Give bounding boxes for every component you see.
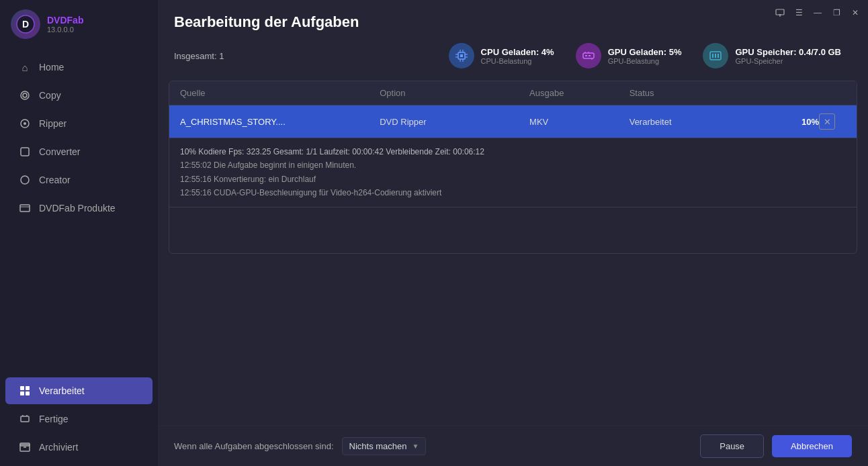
gpu-label: GPU Geladen: 5% <box>608 47 682 57</box>
app-logo: D DVDFab 13.0.0.0 <box>0 0 158 48</box>
sidebar-item-dvdfab[interactable]: DVDFab Produkte <box>5 195 153 222</box>
total-label: Insgesamt: 1 <box>174 51 438 61</box>
table-header: Quelle Option Ausgabe Status <box>169 81 857 105</box>
archiviert-icon <box>19 441 31 453</box>
copy-icon <box>19 89 31 101</box>
brand-name: DVDFab <box>47 15 83 26</box>
col-quelle: Quelle <box>180 88 380 98</box>
completion-action-value: Nichts machen <box>349 441 407 451</box>
log-progress: 10% Kodiere Fps: 323.25 Gesamt: 1/1 Lauf… <box>180 145 846 158</box>
svg-point-3 <box>23 93 27 97</box>
col-option: Option <box>380 88 529 98</box>
minimize-button[interactable]: — <box>810 5 825 20</box>
log-line-3: 12:55:16 CUDA-GPU-Beschleunigung für Vid… <box>180 186 846 199</box>
svg-rect-35 <box>589 55 591 56</box>
task-status: Verarbeitet <box>630 117 749 127</box>
mem-label: GPU Speicher: 0.4/7.0 GB <box>735 47 841 57</box>
creator-icon <box>19 174 31 186</box>
sidebar-item-archiviert[interactable]: Archiviert <box>5 434 153 461</box>
footer-label: Wenn alle Aufgaben abgeschlossen sind: <box>174 441 334 451</box>
gpu-stat: GPU Geladen: 5% GPU-Belastung <box>565 39 693 73</box>
sidebar-item-fertige[interactable]: Fertige <box>5 406 153 432</box>
window-controls: ☰ — ❐ ✕ <box>773 5 863 20</box>
sidebar-item-label: Home <box>39 62 64 73</box>
chevron-down-icon: ▼ <box>413 442 419 450</box>
svg-rect-8 <box>20 205 30 212</box>
logo-text: DVDFab 13.0.0.0 <box>47 15 83 34</box>
svg-rect-20 <box>776 9 784 15</box>
page-header: Bearbeitung der Aufgaben Insgesamt: 1 <box>158 0 868 81</box>
sidebar-item-label: Converter <box>39 146 80 157</box>
sidebar-item-label: DVDFab Produkte <box>39 203 116 214</box>
main-content: ☰ — ❐ ✕ Bearbeitung der Aufgaben Insgesa… <box>158 0 868 466</box>
cpu-stat: CPU Geladen: 4% CPU-Belastung <box>438 39 565 73</box>
svg-rect-24 <box>460 54 463 57</box>
log-line-2: 12:55:16 Konvertierung: ein Durchlauf <box>180 173 846 186</box>
completion-action-select[interactable]: Nichts machen ▼ <box>342 437 427 455</box>
pause-button[interactable]: Pause <box>700 434 764 458</box>
cpu-label: CPU Geladen: 4% <box>481 47 554 57</box>
col-ausgabe: Ausgabe <box>529 88 630 98</box>
task-cancel-button[interactable]: ✕ <box>819 113 835 130</box>
sidebar-item-label: Verarbeitet <box>39 385 85 396</box>
home-icon: ⌂ <box>19 61 31 73</box>
sidebar-item-verarbeitet[interactable]: Verarbeitet <box>5 377 153 404</box>
cpu-stat-text: CPU Geladen: 4% CPU-Belastung <box>481 47 554 65</box>
svg-point-7 <box>21 176 29 184</box>
log-line-1: 12:55:02 Die Aufgabe beginnt in einigen … <box>180 158 846 172</box>
svg-rect-6 <box>21 148 29 156</box>
maximize-button[interactable]: ❐ <box>829 5 844 20</box>
svg-text:D: D <box>22 19 29 30</box>
svg-rect-10 <box>20 386 24 390</box>
task-cancel-cell: ✕ <box>819 113 846 130</box>
cpu-icon-wrap <box>449 43 474 68</box>
converter-icon <box>19 146 31 158</box>
task-percent: 10% <box>749 117 819 127</box>
sidebar-item-copy[interactable]: Copy <box>5 82 153 109</box>
mem-icon-wrap <box>703 43 728 68</box>
page-title: Bearbeitung der Aufgaben <box>174 13 852 31</box>
tasks-table: Quelle Option Ausgabe Status A_CHRISTMAS… <box>169 81 857 254</box>
table-row[interactable]: A_CHRISTMAS_STORY.... DVD Ripper MKV Ver… <box>169 105 857 207</box>
sidebar-item-label: Archiviert <box>39 442 78 453</box>
gpu-sub: GPU-Belastung <box>608 57 682 65</box>
svg-rect-41 <box>715 54 716 58</box>
app-version: 13.0.0.0 <box>47 26 83 34</box>
monitor-button[interactable] <box>773 5 787 20</box>
svg-point-5 <box>24 122 26 125</box>
stats-row: Insgesamt: 1 <box>174 39 852 73</box>
svg-rect-14 <box>21 416 29 422</box>
sidebar-item-home[interactable]: ⌂ Home <box>5 54 153 81</box>
sidebar-item-label: Copy <box>39 90 61 101</box>
svg-rect-34 <box>585 55 587 56</box>
close-button[interactable]: ✕ <box>848 5 863 20</box>
gpu-stat-text: GPU Geladen: 5% GPU-Belastung <box>608 47 682 65</box>
dvdfab-icon <box>19 202 31 214</box>
task-output: MKV <box>529 117 630 127</box>
log-area: 10% Kodiere Fps: 323.25 Gesamt: 1/1 Lauf… <box>169 138 857 207</box>
svg-rect-12 <box>20 391 24 395</box>
menu-button[interactable]: ☰ <box>791 5 806 20</box>
verarbeitet-icon <box>19 385 31 397</box>
sidebar-nav: ⌂ Home Copy Ripper <box>0 48 158 466</box>
sidebar: D DVDFab 13.0.0.0 ⌂ Home Copy <box>0 0 158 466</box>
mem-stat: GPU Speicher: 0.4/7.0 GB GPU-Speicher <box>692 39 852 73</box>
task-option: DVD Ripper <box>380 117 529 127</box>
cancel-all-button[interactable]: Abbrechen <box>772 435 852 457</box>
cpu-sub: CPU-Belastung <box>481 57 554 65</box>
svg-rect-11 <box>26 386 30 390</box>
task-source: A_CHRISTMAS_STORY.... <box>180 117 380 127</box>
sidebar-item-creator[interactable]: Creator <box>5 167 153 193</box>
svg-rect-42 <box>718 54 719 58</box>
col-action <box>819 88 846 98</box>
sidebar-item-ripper[interactable]: Ripper <box>5 110 153 137</box>
sidebar-item-converter[interactable]: Converter <box>5 138 153 165</box>
svg-rect-40 <box>712 54 713 58</box>
logo-icon: D <box>11 9 40 39</box>
svg-rect-13 <box>26 391 30 395</box>
footer: Wenn alle Aufgaben abgeschlossen sind: N… <box>158 426 868 466</box>
sidebar-item-label: Fertige <box>39 414 69 424</box>
mem-stat-text: GPU Speicher: 0.4/7.0 GB GPU-Speicher <box>735 47 841 65</box>
svg-point-2 <box>21 91 29 99</box>
sidebar-item-label: Creator <box>39 175 71 185</box>
